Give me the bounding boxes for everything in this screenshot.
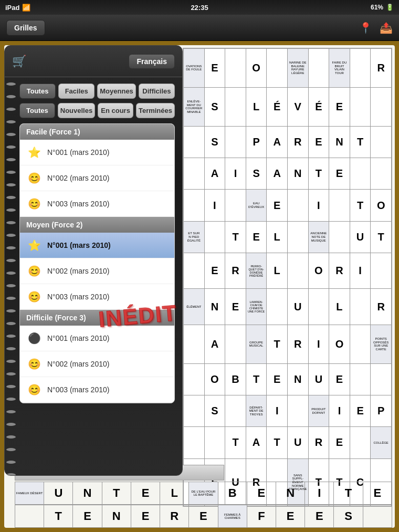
letter-cell[interactable]: E xyxy=(246,221,267,253)
clue-cell[interactable]: DÉPART-MENT DETROYES xyxy=(246,395,267,426)
clue-cell[interactable]: PERRO-QUET D'IN-DONÉSIE PRÉFÉRÉ xyxy=(246,253,267,289)
letter-cell[interactable]: L xyxy=(160,482,189,504)
letter-cell[interactable]: L xyxy=(329,289,350,325)
letter-cell[interactable]: R xyxy=(308,427,329,458)
letter-cell[interactable]: B xyxy=(225,363,246,395)
letter-cell[interactable]: L xyxy=(267,221,288,253)
letter-cell[interactable]: E xyxy=(204,49,225,88)
letter-cell[interactable]: A xyxy=(204,325,225,363)
clue-cell[interactable]: GROUPE MUSICAL xyxy=(246,325,267,363)
letter-cell[interactable]: E xyxy=(329,158,350,190)
letter-cell[interactable]: I xyxy=(204,190,225,221)
letter-cell[interactable]: E xyxy=(329,427,350,458)
filter-tab-difficiles[interactable]: Difficiles xyxy=(139,84,175,99)
list-item[interactable]: 😊 N°003 (mars 2010) xyxy=(20,191,174,217)
filter-tab-nouvelles[interactable]: Nouvelles xyxy=(58,103,95,118)
cart-icon[interactable]: 🛒 xyxy=(12,55,26,68)
letter-cell[interactable]: A xyxy=(267,158,288,190)
filter-tab-terminees[interactable]: Terminées xyxy=(136,103,175,118)
letter-cell[interactable]: E xyxy=(189,505,218,527)
letter-cell[interactable]: N xyxy=(287,158,308,190)
clue-cell[interactable]: FAMEUX DÉSERT xyxy=(15,482,44,504)
letter-cell[interactable]: N xyxy=(287,363,308,395)
letter-cell[interactable]: É xyxy=(267,87,288,126)
letter-cell[interactable]: É xyxy=(308,87,329,126)
clue-cell[interactable]: FEMMES À CHARMES xyxy=(218,505,247,527)
clue-cell[interactable]: EAU D'ÉVREUX xyxy=(246,190,267,221)
letter-cell[interactable]: O xyxy=(329,325,350,363)
clue-cell[interactable]: ÉLÉMENT xyxy=(184,289,205,325)
letter-cell[interactable]: R xyxy=(329,253,350,289)
letter-cell[interactable]: T xyxy=(102,482,131,504)
letter-cell[interactable]: E xyxy=(225,289,246,325)
letter-cell[interactable]: P xyxy=(371,395,392,426)
letter-cell[interactable]: A xyxy=(267,126,288,158)
letter-cell[interactable]: U xyxy=(287,427,308,458)
letter-cell[interactable]: N xyxy=(73,482,102,504)
letter-cell[interactable]: N xyxy=(102,505,131,527)
list-item[interactable]: 😊 N°003 (mars 2010) xyxy=(20,284,174,310)
clue-cell[interactable]: NARINE DE BALEINERAYURE LÉGÈRE xyxy=(287,49,308,88)
letter-cell[interactable]: A xyxy=(246,427,267,458)
letter-cell[interactable]: I xyxy=(267,395,288,426)
clue-cell[interactable]: ET SURN PIEDÉGALITÉ xyxy=(184,221,205,253)
clue-cell[interactable]: POINTS OPPOSÉS SUR UNE CARTE xyxy=(371,325,392,363)
letter-cell[interactable]: O xyxy=(308,253,329,289)
letter-cell[interactable]: U xyxy=(44,482,73,504)
letter-cell[interactable]: I xyxy=(308,325,329,363)
list-item[interactable]: ⭐ N°001 (mars 2010) xyxy=(20,140,174,165)
letter-cell[interactable]: S xyxy=(246,158,267,190)
letter-cell[interactable]: R xyxy=(287,126,308,158)
clue-cell[interactable]: ENLÈVE-MENT DUCOURRIERMINABLE xyxy=(184,87,205,126)
letter-cell[interactable]: T xyxy=(334,482,363,504)
letter-cell[interactable]: A xyxy=(204,158,225,190)
letter-cell[interactable]: E xyxy=(204,253,225,289)
letter-cell[interactable]: E xyxy=(276,505,304,527)
filter-tab-faciles[interactable]: Faciles xyxy=(58,84,94,99)
letter-cell[interactable]: E xyxy=(267,363,288,395)
letter-cell[interactable]: E xyxy=(350,395,371,426)
letter-cell[interactable]: B xyxy=(218,482,247,504)
list-item[interactable]: 😊 N°003 (mars 2010) xyxy=(20,377,174,403)
letter-cell[interactable]: I xyxy=(305,482,334,504)
clue-cell[interactable]: DE L'EAU POUR LE BAPTÊME xyxy=(189,482,218,504)
letter-cell[interactable]: E xyxy=(131,482,160,504)
letter-cell[interactable]: E xyxy=(131,505,160,527)
letter-cell[interactable]: T xyxy=(350,190,371,221)
filter-tab-toutes-2[interactable]: Toutes xyxy=(19,103,55,118)
letter-cell[interactable]: O xyxy=(246,49,267,88)
letter-cell[interactable]: T xyxy=(308,158,329,190)
letter-cell[interactable]: T xyxy=(371,221,392,253)
letter-cell[interactable]: S xyxy=(204,87,225,126)
letter-cell[interactable]: I xyxy=(225,158,246,190)
clue-cell[interactable]: ANCIENNE NOTE DE MUSIQUE xyxy=(308,221,329,253)
letter-cell[interactable]: E xyxy=(308,126,329,158)
list-item[interactable]: 😊 N°002 (mars 2010) xyxy=(20,258,174,284)
letter-cell[interactable]: U xyxy=(308,363,329,395)
letter-cell[interactable]: E xyxy=(247,482,276,504)
clue-cell[interactable]: LAWREN-CIUM DE CHIMISTE UNE FORCE xyxy=(246,289,267,325)
letter-cell[interactable]: S xyxy=(204,126,225,158)
letter-cell[interactable]: U xyxy=(287,289,308,325)
letter-cell[interactable]: E xyxy=(305,505,334,527)
letter-cell[interactable]: L xyxy=(246,87,267,126)
letter-cell[interactable]: E xyxy=(363,482,392,504)
list-item-selected[interactable]: ⭐ N°001 (mars 2010) xyxy=(20,233,174,258)
letter-cell[interactable]: O xyxy=(371,190,392,221)
letter-cell[interactable]: U xyxy=(350,221,371,253)
language-button[interactable]: Français xyxy=(129,54,175,69)
letter-cell[interactable]: E xyxy=(73,505,102,527)
filter-tab-toutes-1[interactable]: Toutes xyxy=(19,84,56,99)
filter-tab-moyennes[interactable]: Moyennes xyxy=(97,84,136,99)
letter-cell[interactable]: N xyxy=(204,289,225,325)
clue-cell[interactable]: OVATIONS DE FOULE xyxy=(184,49,205,88)
letter-cell[interactable]: R xyxy=(287,325,308,363)
back-button[interactable]: Grilles xyxy=(6,20,45,36)
letter-cell[interactable]: S xyxy=(334,505,363,527)
letter-cell[interactable]: L xyxy=(267,253,288,289)
letter-cell[interactable]: S xyxy=(204,395,225,426)
clue-cell[interactable]: FAIRE DU BRUITVILAIN TOUR xyxy=(329,49,350,88)
letter-cell[interactable]: R xyxy=(371,49,392,88)
clue-cell[interactable]: PRODUIT DOPANT xyxy=(308,395,329,426)
letter-cell[interactable]: I xyxy=(350,253,371,289)
